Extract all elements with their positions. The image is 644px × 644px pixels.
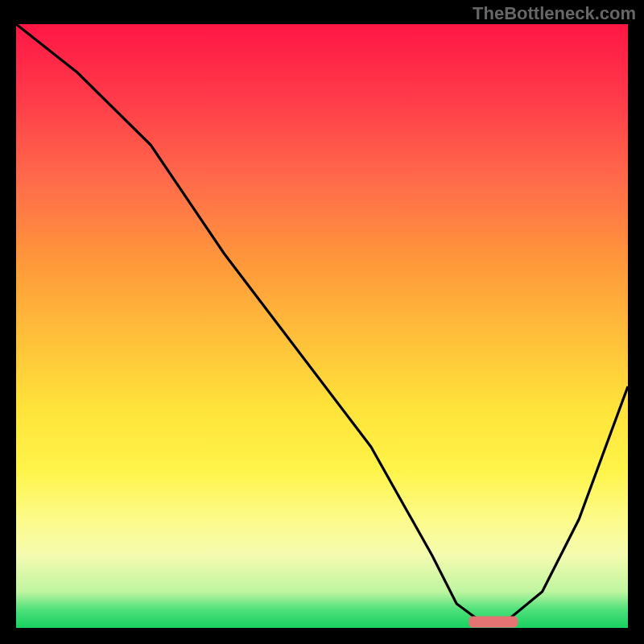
trough-highlight [469,617,518,628]
plot-area [16,24,628,628]
watermark-text: TheBottleneck.com [473,3,636,24]
chart-frame: TheBottleneck.com [0,0,644,644]
bottleneck-curve-path [16,24,628,622]
chart-svg [16,24,628,628]
